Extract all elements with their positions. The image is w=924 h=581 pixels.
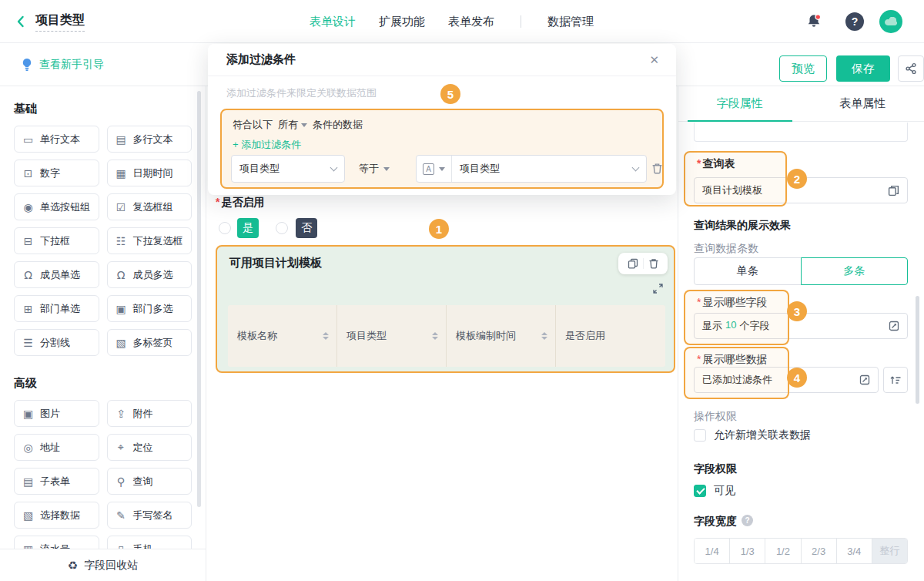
allow-add-related-checkbox[interactable] xyxy=(694,429,706,442)
filter-value-select[interactable]: A 项目类型 xyxy=(416,155,647,183)
width-option-1-4[interactable]: 1/4 xyxy=(695,539,729,563)
sidebar-item-dept-single[interactable]: ⊞部门单选 xyxy=(14,295,99,322)
sidebar-item-multi-dropdown[interactable]: ☷下拉复选框 xyxy=(107,227,192,254)
sort-icon[interactable] xyxy=(432,332,438,340)
delete-condition-icon[interactable] xyxy=(651,163,663,174)
width-option-1-2[interactable]: 1/2 xyxy=(765,539,800,563)
tab-field-properties[interactable]: 字段属性 xyxy=(678,86,802,121)
width-option-3-4[interactable]: 3/4 xyxy=(836,539,872,563)
nav-publish[interactable]: 表单发布 xyxy=(448,15,494,29)
close-icon[interactable]: ✕ xyxy=(649,53,659,67)
sidebar-item-address[interactable]: ◎地址 xyxy=(14,434,99,461)
sort-icon[interactable] xyxy=(323,332,329,340)
column-header-template-name[interactable]: 模板名称 xyxy=(228,305,337,367)
match-mode-dropdown[interactable]: 所有 xyxy=(278,118,307,132)
sidebar-item-signature[interactable]: ✎手写签名 xyxy=(107,502,192,529)
edit-icon[interactable] xyxy=(889,321,899,331)
display-data-input[interactable]: 已添加过滤条件 xyxy=(694,367,879,393)
avatar[interactable] xyxy=(879,10,902,33)
sidebar-item-member-multi[interactable]: Ω成员多选 xyxy=(107,261,192,288)
modal-title: 添加过滤条件 xyxy=(226,52,296,67)
field-width-label: 字段宽度? xyxy=(694,515,753,529)
notification-button[interactable] xyxy=(805,0,822,43)
width-option-2-3[interactable]: 2/3 xyxy=(801,539,836,563)
sidebar-item-attachment[interactable]: ⇪附件 xyxy=(107,400,192,427)
tabs-icon: ▧ xyxy=(116,337,127,349)
nav-form-design[interactable]: 表单设计 xyxy=(310,15,356,29)
data-label-text: 展示哪些数据 xyxy=(702,353,767,365)
section-title-advanced: 高级 xyxy=(14,376,192,391)
sidebar-item-dropdown[interactable]: ⊟下拉框 xyxy=(14,227,99,254)
allow-add-related-row: 允许新增关联表数据 xyxy=(694,428,811,442)
trash-icon[interactable] xyxy=(648,258,659,269)
scrolled-input[interactable] xyxy=(694,123,908,142)
sidebar-item-radio-group[interactable]: ◉单选按钮组 xyxy=(14,193,99,220)
value-type-dropdown[interactable]: A xyxy=(417,156,452,182)
open-form-icon[interactable] xyxy=(888,185,899,196)
sidebar-item-query[interactable]: ⚲查询 xyxy=(107,468,192,495)
sidebar-scrollbar[interactable] xyxy=(197,91,201,507)
sidebar-item-select-data[interactable]: ▧选择数据 xyxy=(14,502,99,529)
multi-dropdown-icon: ☷ xyxy=(116,235,127,247)
field-recycle-bin[interactable]: ♻ 字段回收站 xyxy=(0,549,206,581)
display-data-value: 已添加过滤条件 xyxy=(702,373,772,387)
sidebar-item-divider[interactable]: ☰分割线 xyxy=(14,329,99,356)
sidebar-item-image[interactable]: ▣图片 xyxy=(14,400,99,427)
share-button[interactable] xyxy=(898,55,924,82)
sidebar-item-label: 成员单选 xyxy=(40,268,80,282)
sidebar-item-single-line-text[interactable]: ▭单行文本 xyxy=(14,126,99,153)
sort-icon[interactable] xyxy=(541,332,547,340)
count-multiple-option[interactable]: 多条 xyxy=(801,257,909,285)
sidebar-item-label: 部门多选 xyxy=(133,302,173,316)
expand-icon[interactable] xyxy=(653,284,663,294)
width-option-full[interactable]: 整行 xyxy=(872,539,907,563)
count-single-option[interactable]: 单条 xyxy=(694,257,802,285)
query-table-value: 项目计划模板 xyxy=(702,183,762,197)
sidebar-item-label: 复选框组 xyxy=(133,200,173,214)
chevron-down-icon xyxy=(632,163,640,171)
yes-tag[interactable]: 是 xyxy=(237,218,259,238)
radio-no[interactable] xyxy=(276,222,288,234)
main-nav: 表单设计 扩展功能 表单发布 数据管理 xyxy=(310,0,594,43)
sidebar-item-multi-tab[interactable]: ▧多标签页 xyxy=(107,329,192,356)
props-scrollbar[interactable] xyxy=(916,296,919,404)
sort-settings-button[interactable] xyxy=(883,367,908,393)
step-badge-2: 2 xyxy=(787,169,807,189)
help-button[interactable]: ? xyxy=(845,12,864,31)
column-header-enabled[interactable]: 是否启用 xyxy=(556,305,665,367)
sidebar-item-checkbox-group[interactable]: ☑复选框组 xyxy=(107,193,192,220)
no-tag[interactable]: 否 xyxy=(296,218,317,238)
filter-field-select[interactable]: 项目类型 xyxy=(231,155,345,183)
tab-form-properties[interactable]: 表单属性 xyxy=(802,86,924,121)
sidebar-item-subform[interactable]: ▤子表单 xyxy=(14,468,99,495)
sidebar-item-member-single[interactable]: Ω成员单选 xyxy=(14,261,99,288)
edit-icon[interactable] xyxy=(859,374,870,385)
match-mode-value: 所有 xyxy=(278,118,298,132)
beginner-guide-link[interactable]: 查看新手引导 xyxy=(22,43,104,86)
width-option-1-3[interactable]: 1/3 xyxy=(729,539,765,563)
filter-operator-dropdown[interactable]: 等于 xyxy=(359,155,390,183)
help-circle-icon[interactable]: ? xyxy=(742,515,753,526)
nav-data-management[interactable]: 数据管理 xyxy=(547,15,594,29)
column-header-created-time[interactable]: 模板编制时间 xyxy=(447,305,556,367)
step-badge-4: 4 xyxy=(787,368,807,388)
sidebar-item-multi-line-text[interactable]: ▤多行文本 xyxy=(107,126,192,153)
sidebar-item-dept-multi[interactable]: ▣部门多选 xyxy=(107,295,192,322)
match-prefix: 符合以下 xyxy=(233,118,273,132)
nav-extensions[interactable]: 扩展功能 xyxy=(379,15,425,29)
copy-icon[interactable] xyxy=(628,258,638,269)
back-icon[interactable] xyxy=(14,15,28,29)
preview-button[interactable]: 预览 xyxy=(779,55,827,82)
chevron-down-icon xyxy=(330,163,338,171)
sidebar-item-number[interactable]: ⊡数字 xyxy=(14,160,99,186)
column-header-project-type[interactable]: 项目类型 xyxy=(337,305,447,367)
sidebar-item-datetime[interactable]: ▦日期时间 xyxy=(107,160,192,186)
save-button[interactable]: 保存 xyxy=(836,55,890,82)
add-filter-link[interactable]: + 添加过滤条件 xyxy=(233,138,301,152)
caret-down-icon xyxy=(383,167,390,171)
sidebar-item-location[interactable]: ⌖定位 xyxy=(107,434,192,461)
query-field-panel[interactable]: 可用项目计划模板 模板名称 项目类型 模板编制时间 是否启用 xyxy=(216,245,675,373)
fields-count: 10 xyxy=(725,319,736,333)
visible-checkbox[interactable] xyxy=(694,485,706,497)
radio-yes[interactable] xyxy=(219,222,231,234)
